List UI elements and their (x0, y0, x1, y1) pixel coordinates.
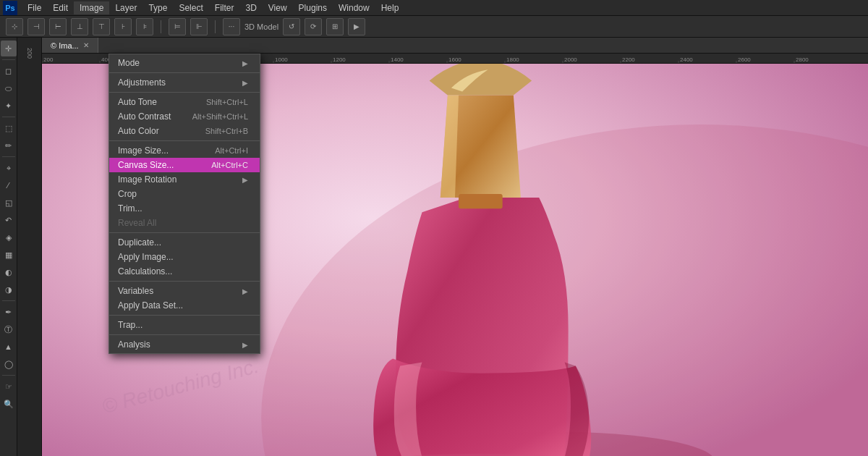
options-3d-btn1[interactable]: ↺ (283, 18, 300, 35)
tool-stamp[interactable]: ◱ (1, 195, 17, 211)
menu-item-calculations-label: Calculations... (118, 266, 248, 276)
menu-sep-7 (109, 334, 260, 335)
tool-sep-2 (2, 117, 15, 117)
options-distribute-v[interactable]: ⊩ (190, 18, 208, 35)
menu-item-trim-label: Trim... (118, 203, 248, 214)
tool-hand[interactable]: ☞ (1, 379, 17, 394)
options-align-right[interactable]: ⊥ (71, 18, 88, 35)
options-move-btn[interactable]: ⊹ (6, 18, 23, 35)
menu-item-image-rotation[interactable]: Image Rotation ▶ (109, 172, 260, 187)
menu-select[interactable]: Select (173, 1, 208, 14)
menu-item-duplicate[interactable]: Duplicate... (109, 235, 260, 250)
tool-pen[interactable]: ✒ (1, 304, 17, 320)
tool-path[interactable]: ▲ (1, 339, 17, 355)
menu-item-apply-data-set[interactable]: Apply Data Set... (109, 298, 260, 313)
menu-item-auto-tone[interactable]: Auto Tone Shift+Ctrl+L (109, 95, 260, 109)
menu-item-reveal-all: Reveal All (109, 216, 260, 230)
menu-edit[interactable]: Edit (47, 1, 74, 14)
menu-filter[interactable]: Filter (209, 1, 240, 14)
menu-item-calculations[interactable]: Calculations... (109, 264, 260, 279)
svg-text:2600: 2600 (738, 56, 751, 63)
options-align-center-h[interactable]: ⊢ (49, 18, 67, 35)
options-align-top[interactable]: ⊤ (93, 18, 110, 35)
options-sep2 (215, 20, 216, 33)
menu-plugins[interactable]: Plugins (293, 1, 333, 14)
menu-item-reveal-all-label: Reveal All (118, 218, 248, 228)
menu-item-auto-color[interactable]: Auto Color Shift+Ctrl+B (109, 124, 260, 138)
tool-shape[interactable]: ◯ (1, 356, 17, 372)
menu-item-auto-tone-shortcut: Shift+Ctrl+L (206, 98, 248, 106)
menu-sep-5 (109, 281, 260, 282)
svg-text:2800: 2800 (796, 56, 809, 63)
tool-gradient[interactable]: ▦ (1, 247, 17, 263)
menu-sep-4 (109, 232, 260, 233)
tool-heal[interactable]: ⌖ (1, 160, 17, 176)
menu-item-apply-image[interactable]: Apply Image... (109, 250, 260, 264)
options-3d-btn2[interactable]: ⟳ (305, 18, 322, 35)
menu-help[interactable]: Help (375, 1, 405, 14)
menu-item-image-rotation-label: Image Rotation (118, 174, 242, 185)
svg-text:2200: 2200 (622, 56, 635, 63)
menu-file[interactable]: File (22, 1, 47, 14)
tool-zoom[interactable]: 🔍 (1, 396, 17, 412)
svg-text:2400: 2400 (680, 56, 693, 63)
svg-text:200: 200 (43, 56, 54, 63)
svg-text:1400: 1400 (391, 56, 404, 63)
svg-text:1800: 1800 (506, 56, 519, 63)
tab-close-icon[interactable]: ✕ (83, 41, 89, 49)
tool-move[interactable]: ✛ (1, 41, 17, 56)
menu-item-auto-color-label: Auto Color (118, 126, 200, 136)
main-layout: ✛ ◻ ⬭ ✦ ⬚ ✏ ⌖ ∕ ◱ ↶ ◈ ▦ ◐ ◑ ✒ Ⓣ ▲ ◯ ☞ 🔍 … (0, 38, 868, 456)
tab-bar: © Ima... ✕ (42, 38, 868, 54)
options-sep (161, 20, 161, 33)
menu-item-variables-arrow: ▶ (242, 287, 248, 295)
menu-item-image-rotation-arrow: ▶ (242, 176, 248, 184)
tool-sep-5 (2, 375, 15, 376)
canvas-area: © Ima... ✕ 200 400 600 800 (42, 38, 868, 456)
menu-item-analysis-label: Analysis (118, 339, 242, 350)
menu-item-auto-contrast[interactable]: Auto Contrast Alt+Shift+Ctrl+L (109, 109, 260, 124)
menu-item-analysis[interactable]: Analysis ▶ (109, 337, 260, 352)
tool-brush[interactable]: ∕ (1, 177, 17, 193)
menu-type[interactable]: Type (142, 1, 173, 14)
menu-item-image-size[interactable]: Image Size... Alt+Ctrl+I (109, 143, 260, 158)
tool-eraser[interactable]: ◈ (1, 229, 17, 245)
menu-image[interactable]: Image (74, 1, 109, 14)
menu-item-trap-label: Trap... (118, 320, 248, 330)
menu-item-crop[interactable]: Crop (109, 187, 260, 201)
options-align-center-v[interactable]: ⊦ (114, 18, 132, 35)
tool-marquee[interactable]: ◻ (1, 63, 17, 79)
menu-layer[interactable]: Layer (109, 1, 142, 14)
menu-item-mode[interactable]: Mode ▶ (109, 56, 260, 70)
tool-dodge[interactable]: ◑ (1, 282, 17, 297)
menu-window[interactable]: Window (333, 1, 375, 14)
tool-sep-4 (2, 300, 15, 301)
menu-view[interactable]: View (263, 1, 293, 14)
options-3d-btn4[interactable]: ▶ (348, 18, 365, 35)
menu-item-adjustments[interactable]: Adjustments ▶ (109, 75, 260, 90)
menu-item-variables-label: Variables (118, 286, 242, 296)
ruler-label: 200 (26, 41, 33, 59)
menu-item-variables[interactable]: Variables ▶ (109, 284, 260, 298)
options-distribute-h[interactable]: ⊨ (169, 18, 186, 35)
menu-item-canvas-size[interactable]: Canvas Size... Alt+Ctrl+C (109, 158, 260, 172)
options-3d-btn3[interactable]: ⊞ (326, 18, 344, 35)
options-align-bottom[interactable]: ⊧ (136, 18, 153, 35)
tab-document[interactable]: © Ima... ✕ (42, 38, 98, 53)
tool-sep-1 (2, 59, 15, 60)
menu-item-auto-tone-label: Auto Tone (118, 97, 200, 107)
menu-3d[interactable]: 3D (239, 1, 262, 14)
tool-history[interactable]: ↶ (1, 212, 17, 228)
tool-eyedropper[interactable]: ✏ (1, 138, 17, 153)
menu-item-trap[interactable]: Trap... (109, 318, 260, 332)
menu-item-trim[interactable]: Trim... (109, 201, 260, 216)
tool-magic-wand[interactable]: ✦ (1, 98, 17, 114)
tool-lasso[interactable]: ⬭ (1, 80, 17, 96)
options-align-left[interactable]: ⊣ (27, 18, 45, 35)
tool-crop[interactable]: ⬚ (1, 120, 17, 136)
menu-item-mode-arrow: ▶ (242, 59, 248, 67)
menu-item-mode-label: Mode (118, 58, 242, 68)
options-more[interactable]: ··· (223, 18, 240, 35)
tool-text[interactable]: Ⓣ (1, 321, 17, 337)
tool-blur[interactable]: ◐ (1, 264, 17, 280)
